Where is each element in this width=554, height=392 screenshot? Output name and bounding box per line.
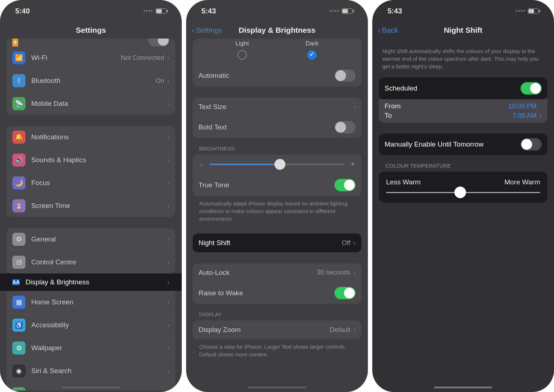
autolock-row[interactable]: Auto-Lock 30 seconds ›: [193, 263, 361, 282]
general-row[interactable]: ⚙ General ›: [7, 228, 175, 251]
brightness-header: BRIGHTNESS: [193, 138, 361, 155]
chevron-right-icon: ›: [539, 112, 542, 120]
gear-icon: ⚙: [12, 233, 25, 246]
flower-icon: ✿: [12, 341, 25, 355]
clock: 5:43: [388, 7, 402, 15]
sun-large-icon: ☀: [350, 160, 356, 168]
bell-icon: 🔔: [12, 131, 25, 144]
airplane-toggle[interactable]: [148, 39, 169, 47]
nightshift-screen: 5:43 •••• ‹ Back Night Shift Night Shift…: [372, 0, 554, 392]
page-title: Display & Brightness: [238, 26, 315, 35]
chevron-right-icon: ›: [167, 367, 169, 375]
controlcentre-row[interactable]: ⊟ Control Centre ›: [7, 251, 175, 273]
schedule-times-group: From 10:00 PM › To 7:00 AM ›: [379, 99, 547, 123]
clock: 5:40: [15, 7, 30, 15]
wifi-label: Wi-Fi: [31, 54, 121, 62]
colour-temp-slider[interactable]: [386, 192, 540, 193]
brightness-group: ☼ ☀ True Tone: [193, 155, 361, 196]
automatic-toggle[interactable]: [334, 69, 356, 82]
general-group: ⚙ General › ⊟ Control Centre ›: [7, 228, 175, 273]
general-group-cont: ▦ Home Screen › ♿ Accessibility › ✿ Wall…: [7, 291, 175, 391]
connectivity-group: ✈ 📶 Wi-Fi Not Connected › ᛒ Bluetooth On…: [7, 39, 175, 115]
wifi-icon: 📶: [12, 51, 25, 64]
scheduled-group: Scheduled: [379, 77, 547, 99]
chevron-right-icon: ›: [167, 100, 169, 108]
faceid-row[interactable]: ☺ Face ID & Passcode ›: [7, 383, 175, 391]
chevron-right-icon: ›: [353, 269, 356, 276]
back-button[interactable]: ‹ Back: [378, 26, 398, 35]
clock: 5:43: [201, 7, 216, 15]
nav-bar: ‹ Settings Display & Brightness: [186, 22, 368, 39]
manual-group: Manually Enable Until Tomorrow: [379, 133, 547, 155]
cell-signal-icon: ••••: [329, 8, 340, 14]
colour-temp-header: COLOUR TEMPERATURE: [379, 155, 547, 172]
status-bar: 5:40 ••••: [0, 0, 182, 22]
chevron-right-icon: ›: [353, 239, 356, 247]
switches-icon: ⊟: [12, 256, 25, 269]
wallpaper-row[interactable]: ✿ Wallpaper ›: [7, 337, 175, 360]
scheduled-toggle[interactable]: [521, 82, 542, 95]
chevron-right-icon: ›: [353, 103, 356, 111]
siri-row[interactable]: ◉ Siri & Search ›: [7, 360, 175, 383]
raisewake-toggle[interactable]: [334, 287, 356, 299]
brightness-slider[interactable]: [210, 164, 345, 165]
text-group: Text Size › Bold Text: [193, 97, 361, 138]
colour-temp-group: Less Warm More Warm: [379, 172, 547, 203]
chevron-right-icon: ›: [167, 202, 169, 210]
schedule-to-row[interactable]: To 7:00 AM ›: [379, 111, 547, 123]
chevron-right-icon: ›: [167, 77, 169, 85]
manual-row: Manually Enable Until Tomorrow: [379, 133, 547, 155]
truetone-row: True Tone: [193, 174, 361, 196]
chevron-right-icon: ›: [167, 54, 169, 62]
chevron-right-icon: ›: [167, 236, 169, 243]
appearance-group: Light Dark Automatic: [193, 39, 361, 87]
boldtext-row: Bold Text: [193, 116, 361, 138]
mobiledata-row[interactable]: 📡 Mobile Data ›: [7, 92, 175, 115]
homescreen-row[interactable]: ▦ Home Screen ›: [7, 291, 175, 314]
battery-icon: [528, 8, 539, 14]
more-warm-label: More Warm: [504, 178, 540, 186]
truetone-toggle[interactable]: [334, 179, 356, 191]
status-bar: 5:43 ••••: [372, 0, 554, 22]
battery-icon: [342, 8, 353, 14]
faceid-icon: ☺: [12, 387, 25, 391]
airplane-row[interactable]: ✈: [7, 39, 175, 47]
appearance-light-option[interactable]: Light: [236, 40, 249, 60]
displayzoom-row[interactable]: Display Zoom Default ›: [193, 320, 361, 339]
wifi-value: Not Connected: [121, 54, 164, 62]
textsize-row[interactable]: Text Size ›: [193, 97, 361, 116]
appearance-dark-option[interactable]: Dark: [305, 40, 318, 60]
lock-group: Auto-Lock 30 seconds › Raise to Wake: [193, 263, 361, 304]
display-header: DISPLAY: [193, 304, 361, 320]
sounds-row[interactable]: 🔊 Sounds & Haptics ›: [7, 149, 175, 172]
chevron-right-icon: ›: [167, 179, 169, 187]
textsize-icon: AA: [12, 279, 20, 285]
accessibility-row[interactable]: ♿ Accessibility ›: [7, 314, 175, 337]
siri-icon: ◉: [12, 364, 25, 377]
cell-signal-icon: ••••: [515, 8, 526, 14]
raisewake-row: Raise to Wake: [193, 282, 361, 304]
mobiledata-label: Mobile Data: [31, 100, 164, 108]
scheduled-row: Scheduled: [379, 77, 547, 99]
nightshift-row[interactable]: Night Shift Off ›: [193, 233, 361, 252]
boldtext-toggle[interactable]: [334, 121, 356, 133]
notifications-row[interactable]: 🔔 Notifications ›: [7, 126, 175, 149]
focus-row[interactable]: 🌙 Focus ›: [7, 172, 175, 195]
moon-icon: 🌙: [12, 176, 25, 189]
schedule-from-row[interactable]: From 10:00 PM ›: [379, 99, 547, 111]
chevron-right-icon: ›: [167, 321, 169, 329]
accessibility-icon: ♿: [12, 319, 25, 332]
back-button[interactable]: ‹ Settings: [192, 26, 222, 35]
display-brightness-row[interactable]: AA Display & Brightness ›: [0, 273, 182, 291]
bluetooth-row[interactable]: ᛒ Bluetooth On ›: [7, 69, 175, 92]
zoom-desc: Choose a view for iPhone. Larger Text sh…: [193, 339, 361, 358]
wifi-row[interactable]: 📶 Wi-Fi Not Connected ›: [7, 47, 175, 69]
chevron-right-icon: ›: [167, 259, 169, 266]
nightshift-intro: Night Shift automatically shifts the col…: [379, 39, 547, 77]
screentime-row[interactable]: ⏳ Screen Time ›: [7, 195, 175, 217]
nav-bar: ‹ Back Night Shift: [372, 22, 554, 39]
displayzoom-group: Display Zoom Default ›: [193, 320, 361, 339]
nav-bar: Settings: [0, 22, 182, 39]
manual-toggle[interactable]: [521, 138, 542, 151]
bluetooth-icon: ᛒ: [12, 74, 25, 87]
